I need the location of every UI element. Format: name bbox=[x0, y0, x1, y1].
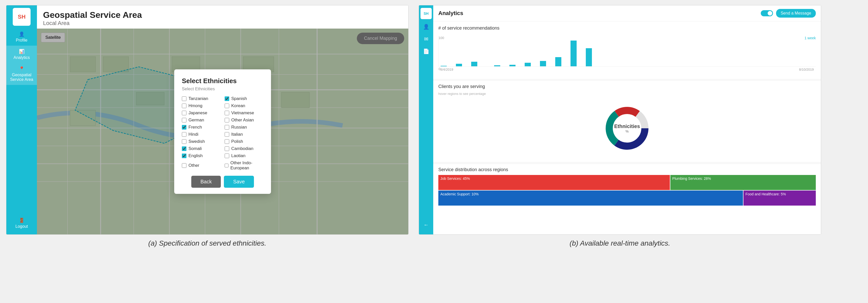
main-content-left: Geospatial Service Area Local Area bbox=[37, 5, 408, 235]
modal-title: Select Ethnicities bbox=[182, 77, 264, 85]
analytics-nav-mail[interactable]: ✉ bbox=[421, 34, 431, 44]
modal-actions: Back Save bbox=[182, 176, 264, 188]
select-ethnicities-modal: Select Ethnicities Select Ethnicities Ta… bbox=[174, 70, 271, 194]
checkbox-item-polish[interactable]: Polish bbox=[225, 139, 264, 144]
bar-9 bbox=[509, 65, 516, 66]
analytics-nav-profile[interactable]: 👤 bbox=[421, 22, 431, 32]
bar-0 bbox=[441, 66, 447, 66]
checkbox-item-italian[interactable]: Italian bbox=[225, 132, 264, 137]
checkbox-spanish[interactable] bbox=[225, 97, 229, 101]
checkbox-hmong[interactable] bbox=[182, 104, 186, 108]
service-section: Service distribution across regions Job … bbox=[433, 164, 821, 235]
page-subtitle: Local Area bbox=[43, 20, 402, 27]
checkbox-item-hindi[interactable]: Hindi bbox=[182, 132, 221, 137]
bar-chart-container: 1 week 100 0 8/4/2019 8/10/2019 bbox=[438, 36, 816, 77]
checkbox-other-asian[interactable] bbox=[225, 118, 229, 122]
geospatial-icon: 📍 bbox=[19, 66, 25, 72]
analytics-logo: SH bbox=[421, 8, 432, 19]
checkbox-item-laotian[interactable]: Laotian bbox=[225, 153, 264, 158]
service-cell-jobs: Job Services: 45% bbox=[438, 175, 670, 190]
checkbox-english[interactable] bbox=[182, 154, 186, 158]
analytics-header-right: Send a Message bbox=[761, 9, 816, 18]
checkbox-tanzanian[interactable] bbox=[182, 97, 186, 101]
checkbox-polish[interactable] bbox=[225, 139, 229, 144]
analytics-nav-back[interactable]: ← bbox=[421, 220, 431, 230]
checkbox-label-3: Korean bbox=[231, 103, 245, 108]
checkbox-item-german[interactable]: German bbox=[182, 117, 221, 123]
checkbox-item-korean[interactable]: Korean bbox=[225, 103, 264, 108]
analytics-sidebar: SH 👤 ✉ 📄 ← bbox=[419, 5, 433, 235]
send-message-button[interactable]: Send a Message bbox=[776, 9, 816, 18]
checkbox-other[interactable] bbox=[182, 163, 186, 168]
checkbox-german[interactable] bbox=[182, 118, 186, 122]
checkbox-item-swedish[interactable]: Swedish bbox=[182, 139, 221, 144]
checkbox-item-hmong[interactable]: Hmong bbox=[182, 103, 221, 108]
checkbox-label-16: English bbox=[188, 153, 203, 158]
checkbox-italian[interactable] bbox=[225, 132, 229, 137]
checkbox-label-7: Other Asian bbox=[231, 117, 254, 123]
checkbox-label-2: Hmong bbox=[188, 103, 203, 108]
checkbox-japanese[interactable] bbox=[182, 111, 186, 115]
sidebar-label-geospatial: Geospatial Service Area bbox=[8, 73, 35, 82]
checkbox-other-indo-european[interactable] bbox=[225, 163, 228, 168]
checkbox-item-tanzanian[interactable]: Tanzanian bbox=[182, 96, 221, 101]
checkbox-cambodian[interactable] bbox=[225, 146, 229, 151]
modal-overlay: Select Ethnicities Select Ethnicities Ta… bbox=[37, 29, 408, 235]
sidebar-left: SH 👤 Profile 📊 Analytics 📍 Geospatial Se… bbox=[6, 5, 37, 235]
checkbox-item-russian[interactable]: Russian bbox=[225, 125, 264, 130]
analytics-main: Analytics Send a Message # of service re… bbox=[433, 5, 821, 235]
treemap-row2: Academic Support: 10% Food and Healthcar… bbox=[438, 191, 816, 205]
page-header: Geospatial Service Area Local Area bbox=[37, 5, 408, 29]
bar-2 bbox=[456, 64, 462, 66]
bar-13 bbox=[540, 61, 546, 66]
bars-wrapper bbox=[439, 36, 816, 66]
donut-hover-hint: hover regions to see percentage bbox=[438, 92, 816, 95]
checkbox-item-french[interactable]: French bbox=[182, 125, 221, 130]
checkbox-label-13: Polish bbox=[231, 139, 243, 144]
checkbox-item-other[interactable]: Other bbox=[182, 160, 221, 171]
checkbox-item-cambodian[interactable]: Cambodian bbox=[225, 146, 264, 151]
app-shell-left: SH 👤 Profile 📊 Analytics 📍 Geospatial Se… bbox=[6, 5, 408, 235]
service-cell-academic: Academic Support: 10% bbox=[438, 191, 743, 205]
sidebar-item-logout[interactable]: 🚪 Logout bbox=[6, 215, 37, 232]
checkbox-label-17: Laotian bbox=[231, 153, 246, 158]
checkbox-item-english[interactable]: English bbox=[182, 153, 221, 158]
checkbox-russian[interactable] bbox=[225, 125, 229, 130]
checkbox-label-0: Tanzanian bbox=[188, 96, 208, 101]
left-panel: SH 👤 Profile 📊 Analytics 📍 Geospatial Se… bbox=[6, 5, 408, 247]
checkbox-item-other-asian[interactable]: Other Asian bbox=[225, 117, 264, 123]
checkbox-item-spanish[interactable]: Spanish bbox=[225, 96, 264, 101]
checkbox-vietnamese[interactable] bbox=[225, 111, 229, 115]
checkbox-item-vietnamese[interactable]: Vietnamese bbox=[225, 110, 264, 115]
sidebar-label-analytics: Analytics bbox=[13, 55, 30, 60]
checkbox-item-japanese[interactable]: Japanese bbox=[182, 110, 221, 115]
right-panel: SH 👤 ✉ 📄 ← Analytics Send a Message bbox=[419, 5, 821, 247]
back-button[interactable]: Back bbox=[191, 176, 221, 188]
checkbox-grid: TanzanianSpanishHmongKoreanJapaneseVietn… bbox=[182, 96, 264, 171]
modal-subtitle: Select Ethnicities bbox=[182, 86, 264, 91]
checkbox-item-other-indo-european[interactable]: Other Indo-European bbox=[225, 160, 264, 171]
page-title: Geospatial Service Area bbox=[43, 10, 402, 20]
sidebar-item-profile[interactable]: 👤 Profile bbox=[6, 28, 37, 46]
analytics-header: Analytics Send a Message bbox=[433, 5, 821, 21]
checkbox-korean[interactable] bbox=[225, 104, 229, 108]
checkbox-laotian[interactable] bbox=[225, 154, 229, 158]
checkbox-label-10: Hindi bbox=[188, 132, 198, 137]
checkbox-swedish[interactable] bbox=[182, 139, 186, 144]
checkbox-hindi[interactable] bbox=[182, 132, 186, 137]
analytics-title: Analytics bbox=[438, 10, 463, 17]
analytics-nav-document[interactable]: 📄 bbox=[421, 46, 431, 56]
checkbox-item-somali[interactable]: Somali bbox=[182, 146, 221, 151]
sidebar-item-geospatial[interactable]: 📍 Geospatial Service Area bbox=[6, 63, 37, 85]
save-button[interactable]: Save bbox=[224, 176, 254, 188]
sidebar-item-analytics[interactable]: 📊 Analytics bbox=[6, 46, 37, 63]
analytics-toggle[interactable] bbox=[761, 10, 773, 16]
right-caption: (b) Available real-time analytics. bbox=[419, 239, 821, 247]
donut-chart: Ethnicities % bbox=[601, 103, 653, 154]
checkbox-somali[interactable] bbox=[182, 146, 186, 151]
checkbox-french[interactable] bbox=[182, 125, 186, 130]
bar-19 bbox=[586, 48, 592, 66]
sidebar-label-profile: Profile bbox=[16, 38, 27, 43]
donut-container: Ethnicities % bbox=[438, 98, 816, 159]
donut-text: Ethnicities bbox=[614, 123, 640, 129]
